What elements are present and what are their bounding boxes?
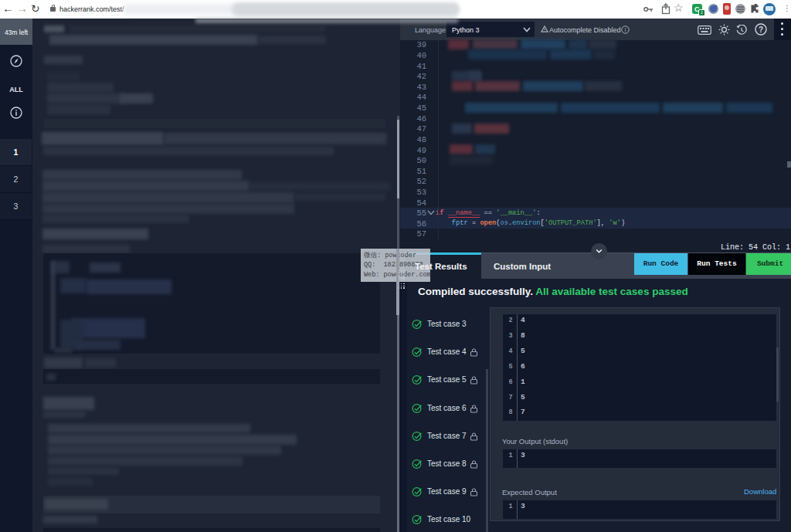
svg-text:?: ? xyxy=(759,25,763,34)
svg-text:i: i xyxy=(625,27,626,32)
